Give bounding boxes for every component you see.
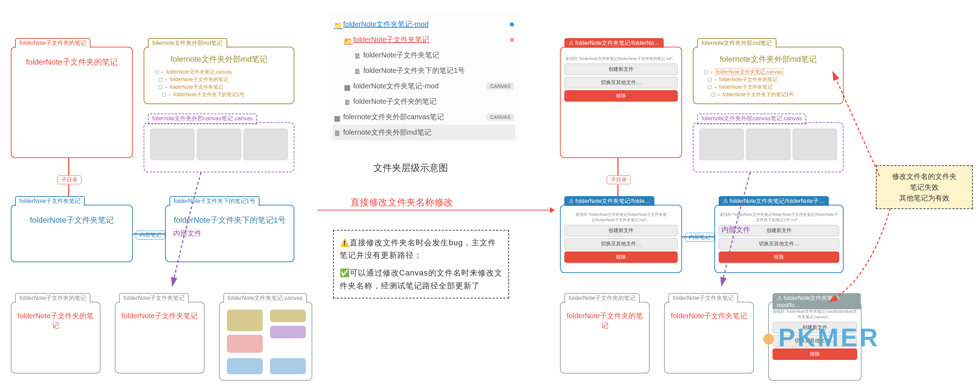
tree-row[interactable]: 🗎folderNote子文件夹的笔记	[332, 94, 515, 109]
grid-icon: ▦	[334, 114, 340, 120]
card-tab: folernote文件夹外部canvas笔记.canvas	[148, 113, 257, 124]
tree-label: folderNote子文件夹笔记	[363, 50, 439, 60]
outline-item[interactable]: ∘folderNote子文件夹下的笔记1号	[704, 91, 839, 99]
connector	[68, 185, 69, 196]
grid-icon: ▦	[344, 83, 350, 89]
doc-icon: 🗎	[354, 52, 360, 59]
doc-icon: 🗎	[354, 67, 360, 74]
card-title: folderNote子文件夹笔记	[15, 215, 129, 226]
outline-text: folderNote文件夹笔记.canvas	[716, 68, 783, 76]
card-tab: folderNote子文件夹下的笔记1号	[169, 196, 259, 206]
canvas-thumbnails	[148, 126, 290, 163]
card-title: folernote文件夹外部md笔记	[148, 54, 290, 65]
card-tab: folernote文件夹外部md笔记	[148, 38, 227, 48]
tree-row[interactable]: 📁folderNote文件夹笔记-mod	[332, 16, 515, 32]
tree-row[interactable]: 🗎folernote文件夹外部md笔记	[332, 124, 515, 140]
outline-text: folderNote子文件夹下的笔记1号	[722, 91, 794, 99]
card-title: folderNote子文件夹的笔记	[564, 311, 646, 330]
outline-item[interactable]: ∘folderNote文件夹笔记.canvas	[155, 68, 290, 76]
card-tab: folderNote子文件夹笔记	[668, 293, 738, 303]
outline-item[interactable]: ∘folderNote子文件夹笔记	[704, 83, 839, 91]
folder-icon: 📁	[334, 21, 340, 28]
checkbox-icon	[708, 78, 711, 81]
outline-text: folderNote文件夹笔记.canvas	[166, 68, 232, 76]
right-grey-card-2: folderNote子文件夹笔记 folderNote子文件夹笔记	[664, 302, 754, 373]
ok-text: ✅可以通过修改Canvas的文件名时来修改文件夹名称，经测试笔记路径全部更新了	[340, 266, 503, 292]
left-card-external-canvas: folernote文件夹外部canvas笔记.canvas	[143, 122, 294, 172]
right-card-error-3: ⚠ folderNote文件夹笔记/folderNote子… 未找到 "fold…	[714, 205, 843, 273]
tree-caption: 文件夹层级示意图	[373, 162, 448, 174]
outline-text: folderNote子文件夹的笔记	[719, 76, 778, 83]
file-tree: 📁folderNote文件夹笔记-mod📂folderNote子文件夹笔记🗎fo…	[329, 13, 519, 143]
yellow-line-1: 修改文件名的文件夹	[881, 171, 967, 182]
canvas-pill: CANVAS	[487, 83, 514, 90]
tree-label: folderNote文件夹笔记-mod	[353, 81, 439, 91]
badge-subdirectory: 子目录	[57, 175, 81, 184]
left-card-note1: folderNote子文件夹下的笔记1号 folderNote子文件夹下的笔记1…	[165, 205, 294, 262]
tree-row[interactable]: 📂folderNote子文件夹笔记	[332, 32, 515, 48]
right-card-error-2: ⚠ folderNote文件夹笔记/folde… 未找到 "folderNote…	[560, 205, 682, 273]
connector	[133, 233, 165, 234]
connector	[68, 158, 69, 175]
connector	[617, 158, 619, 175]
canvas-pill: CANVAS	[487, 113, 514, 121]
canvas-node	[270, 358, 306, 374]
tree-label: folderNote子文件夹笔记	[353, 35, 430, 45]
outline-item[interactable]: ∘folderNote子文件夹下的笔记1号	[155, 91, 290, 99]
arrow-main	[317, 210, 554, 210]
switch-button[interactable]: 切换至其他文件…	[564, 77, 678, 88]
card-title: folderNote子文件夹的笔记	[15, 311, 96, 330]
outline-list: ∘folderNote文件夹笔记.canvas∘folderNote子文件夹的笔…	[697, 68, 839, 99]
tree-row[interactable]: ▦folderNote文件夹笔记-modCANVAS	[332, 78, 515, 94]
status-dot	[510, 22, 514, 27]
card-tab: folderNote文件夹笔记.canvas	[223, 293, 307, 303]
left-card-subfolder-notefile: folderNote子文件夹笔记 folderNote子文件夹笔记	[11, 205, 133, 262]
card-title: folderNote子文件夹笔记	[119, 311, 200, 321]
canvas-node	[227, 358, 263, 374]
checkbox-icon	[711, 93, 715, 97]
outline-item[interactable]: ∘folderNote文件夹笔记.canvas	[704, 68, 839, 76]
outline-text: folderNote子文件夹的笔记	[170, 76, 228, 83]
canvas-node	[227, 309, 263, 331]
doc-icon: 🗎	[344, 99, 350, 105]
error-message: 未找到 "folderNote文件夹笔记/folderNote子文件夹笔记/fo…	[564, 212, 678, 223]
canvas-thumbnails	[697, 126, 839, 163]
remove-button[interactable]: 移除	[719, 252, 839, 263]
outline-item[interactable]: ∘folderNote子文件夹的笔记	[155, 76, 290, 83]
card-tab: ⚠ folderNote文件夹笔记-mod/fo…	[773, 293, 861, 309]
card-title: folderNote子文件夹笔记	[668, 311, 749, 321]
card-tab: ⚠ folderNote文件夹笔记/folderNo…	[564, 38, 664, 48]
tree-row[interactable]: ▦folernote文件夹外部canvas笔记CANVAS	[332, 109, 515, 124]
remove-button[interactable]: 移除	[564, 90, 678, 102]
tree-row[interactable]: 🗎folderNote子文件夹笔记	[332, 48, 515, 63]
tree-label: folderNote子文件夹下的笔记1号	[363, 66, 465, 75]
tree-row[interactable]: 🗎folderNote子文件夹下的笔记1号	[332, 63, 515, 78]
switch-button[interactable]: 切换至其他文件…	[719, 238, 839, 250]
right-card-external-md: folernote文件夹外部md笔记 folernote文件夹外部md笔记 ∘f…	[693, 47, 843, 104]
create-button[interactable]: 创建新文件	[564, 64, 678, 75]
status-dot	[510, 38, 514, 42]
canvas-node	[270, 309, 306, 322]
outline-item[interactable]: ∘folderNote子文件夹笔记	[155, 83, 290, 91]
switch-button[interactable]: 切换至其他文件…	[564, 238, 678, 250]
outline-item[interactable]: ∘folderNote子文件夹的笔记	[704, 76, 839, 83]
yellow-line-3: 其他笔记为有效	[881, 193, 967, 203]
card-tab: folderNote子文件夹的笔记	[15, 38, 91, 48]
canvas-node	[270, 326, 306, 338]
card-tab: folernote文件夹外部canvas笔记.canvas	[697, 113, 806, 124]
outline-text: folderNote子文件夹下的笔记1号	[173, 91, 245, 99]
doc-icon: 🗎	[334, 129, 340, 136]
card-tab: folernote文件夹外部md笔记	[697, 38, 776, 48]
card-title: folderNote子文件夹的笔记	[15, 57, 129, 67]
remove-button[interactable]: 移除	[564, 252, 678, 263]
yellow-line-2: 笔记失效	[881, 182, 967, 193]
create-button[interactable]: 创建新文件	[564, 225, 678, 236]
checkbox-icon	[708, 86, 711, 89]
right-card-external-canvas: folernote文件夹外部canvas笔记.canvas	[693, 122, 843, 172]
card-tab: folderNote子文件夹的笔记	[15, 293, 91, 303]
warning-text: ⚠️直接修改文件夹名时会发生bug，主文件笔记并没有更新路径；	[340, 236, 503, 261]
badge-subdirectory: 子目录	[607, 175, 631, 184]
checkbox-icon	[155, 70, 159, 74]
error-message: 未找到 "folderNote文件夹笔记/folderNote子文件夹笔记/fo…	[719, 212, 839, 223]
connector	[617, 185, 619, 196]
